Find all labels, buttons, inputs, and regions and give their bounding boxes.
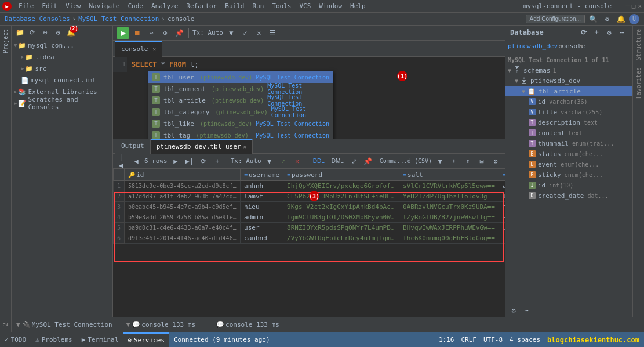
data-grid[interactable]: 🔑id ≡username ≡password ≡salt ≡email 1 5…	[113, 169, 505, 317]
scratches[interactable]: ▶ 📝 Scratches and Consoles	[12, 97, 112, 109]
rollback-icon[interactable]: ✕	[253, 27, 265, 39]
menu-analyze[interactable]: Analyze	[148, 0, 181, 13]
structure-tab[interactable]: Structure	[634, 26, 643, 64]
project-src[interactable]: ▶ 📁 src	[12, 63, 112, 74]
menu-view[interactable]: View	[62, 0, 85, 13]
db-settings-icon[interactable]: ⚙	[603, 27, 615, 38]
editor-area[interactable]: 1 SELECT * FROM t; T tbl_user (ptinews	[113, 57, 505, 139]
table-row[interactable]: 4 b59e3add-2659-4758-b85a-d5e9fe804e89 a…	[114, 212, 505, 223]
project-idea[interactable]: ▶ 📁 .idea	[12, 51, 112, 63]
field-title[interactable]: V title varchar(255)	[505, 107, 632, 117]
ac-item-2[interactable]: T tbl_article (ptinewsdb_dev) MySQL Test…	[148, 95, 333, 106]
col-header-username[interactable]: ≡username	[241, 169, 283, 181]
minimize-btn[interactable]: ─	[625, 2, 630, 10]
editor-content[interactable]: SELECT * FROM t;	[129, 57, 505, 72]
db-bottom-settings[interactable]: ⚙	[508, 305, 519, 316]
avatar[interactable]: U	[629, 14, 639, 24]
db-more-icon[interactable]: ⋯	[616, 27, 628, 38]
sync-icon[interactable]: ⟳	[27, 27, 38, 38]
todo-tab[interactable]: ✓ TODO	[0, 332, 31, 348]
import-icon[interactable]: ⬆	[462, 156, 474, 167]
notification-icon[interactable]: 🔔	[615, 13, 627, 25]
field-status[interactable]: E status enum(che...	[505, 149, 632, 159]
table-row[interactable]: 5 ba9d0c31-c4e6-4433-a0a7-e40c4f8ffd86 u…	[114, 223, 505, 233]
breadcrumb-connection[interactable]: MySQL Test Connection	[78, 15, 159, 23]
gear-icon-sidebar[interactable]: ⚙	[52, 27, 64, 38]
dml-button[interactable]: DML	[329, 157, 346, 165]
mysql-connection-service[interactable]: ▼ 🔌 MySQL Test Connection	[14, 321, 115, 328]
output-tab[interactable]: Output	[115, 139, 151, 154]
menu-help[interactable]: Help	[347, 0, 369, 13]
menu-vcs[interactable]: VCS	[296, 0, 314, 13]
db-bottom-more[interactable]: ⋯	[521, 305, 532, 316]
project-mysql[interactable]: 📄 mysql-connect.iml	[12, 74, 112, 86]
field-content[interactable]: T content text	[505, 128, 632, 138]
project-root[interactable]: ▼ 📁 mysql-con...	[12, 39, 112, 51]
add-row-icon[interactable]: +	[212, 156, 223, 167]
menu-refactor[interactable]: Refactor	[183, 0, 220, 13]
format-icon[interactable]: ☰	[267, 27, 279, 39]
field-views[interactable]: I id int(10)	[505, 180, 632, 190]
data-tab[interactable]: ptinewsdb_dev.tbl_user ✕	[151, 139, 253, 154]
ptinewsdb-dev-item[interactable]: ▼ 🗄 ptinewsdb_dev	[505, 75, 632, 86]
field-event[interactable]: E event enum(che...	[505, 159, 632, 169]
db-console-label[interactable]: console	[566, 41, 577, 52]
settings-icon[interactable]: ⚙	[601, 13, 613, 25]
console-tab[interactable]: console ✕	[115, 41, 162, 57]
problems-tab[interactable]: ⚠ Problems	[31, 332, 77, 348]
history-icon[interactable]: ⊙	[159, 27, 171, 39]
col-header-password[interactable]: ≡password	[283, 169, 399, 181]
data-tab-close[interactable]: ✕	[243, 144, 246, 150]
table-row[interactable]: 6 d9f3e46f-2014-4f46-ac40-dfd446fa99d5 c…	[114, 233, 505, 244]
ac-item-3[interactable]: T tbl_category (ptinewsdb_dev) MySQL Tes…	[148, 106, 333, 118]
folder-icon[interactable]: 📁	[14, 27, 26, 38]
table-row[interactable]: 1 5813dc9e-0be3-46cc-a2cd-d9c8cf442855 a…	[114, 181, 505, 191]
menu-window[interactable]: Window	[315, 0, 345, 13]
db-connection-dropdown[interactable]: ptinewsdb_dev	[508, 42, 558, 50]
tx-dropdown-icon[interactable]: ▼	[225, 27, 237, 39]
commit-btn[interactable]: ✓	[278, 156, 289, 167]
db-add-icon[interactable]: +	[591, 27, 602, 38]
terminal-tab[interactable]: ▶ Terminal	[77, 332, 123, 348]
refresh-icon[interactable]: ⟳	[198, 156, 209, 167]
project-tab[interactable]: Project	[1, 26, 10, 57]
field-description[interactable]: T description text	[505, 117, 632, 128]
last-page-icon[interactable]: ▶|	[184, 156, 195, 167]
add-config-button[interactable]: Add Configuration...	[526, 15, 585, 23]
ac-item-0[interactable]: T tbl_user (ptinewsdb_dev) MySQL Test Co…	[148, 71, 333, 83]
schemas-item[interactable]: ▼ 🗄 schemas 1	[505, 65, 632, 75]
run-button[interactable]: ▶	[117, 27, 129, 39]
db-refresh-icon[interactable]: ⟳	[578, 27, 590, 38]
services-tab[interactable]: ⚙ Services	[123, 332, 169, 348]
first-page-icon[interactable]: |◀	[117, 156, 128, 167]
compare-icon[interactable]: ⊟	[476, 156, 487, 167]
expand-icon[interactable]: ⤢	[348, 156, 360, 167]
tx-dropdown-icon2[interactable]: ▼	[264, 156, 275, 167]
console-dropdown-arrow[interactable]: ▼	[580, 43, 583, 49]
favorites-tab[interactable]: Favorites	[634, 64, 643, 102]
col-header-email[interactable]: ≡email	[499, 169, 505, 181]
menu-edit[interactable]: Edit	[39, 0, 61, 13]
search-icon[interactable]: 🔍	[587, 13, 599, 25]
field-created[interactable]: D created_date dat...	[505, 190, 632, 201]
menu-code[interactable]: Code	[124, 0, 147, 13]
revert-icon[interactable]: ↶	[145, 27, 157, 39]
table-row[interactable]: 3 b0eabc45-b945-4e7c-a9b4-c9d5ef81dee1 h…	[114, 202, 505, 212]
grid-settings-icon[interactable]: ⚙	[490, 156, 501, 167]
menu-build[interactable]: Build	[221, 0, 248, 13]
pin-row-icon[interactable]: 📌	[362, 156, 374, 167]
console-tab-close[interactable]: ✕	[152, 46, 156, 52]
collapse-icon[interactable]: ⊖	[39, 27, 51, 38]
maximize-btn[interactable]: □	[632, 2, 636, 10]
field-thummail[interactable]: T thummail enum(trai...	[505, 138, 632, 149]
close-btn[interactable]: ✕	[638, 2, 642, 10]
autocomplete-dropdown[interactable]: T tbl_user (ptinewsdb_dev) MySQL Test Co…	[148, 71, 333, 139]
stop-icon[interactable]: ⏹	[132, 27, 143, 39]
menu-navigate[interactable]: Navigate	[86, 0, 123, 13]
col-header-id[interactable]: 🔑id	[125, 169, 241, 181]
tbl-article-item[interactable]: ▼ 📋 tbl_article	[505, 86, 632, 96]
service-console-item2[interactable]: 💬 console 133 ms	[198, 321, 279, 328]
ac-item-4[interactable]: T tbl_like (ptinewsdb_dev) MySQL Test Co…	[148, 118, 333, 129]
ac-item-5[interactable]: T tbl_tag (ptinewsdb_dev) MySQL Test Con…	[148, 129, 333, 139]
prev-page-icon[interactable]: ◀	[130, 156, 142, 167]
